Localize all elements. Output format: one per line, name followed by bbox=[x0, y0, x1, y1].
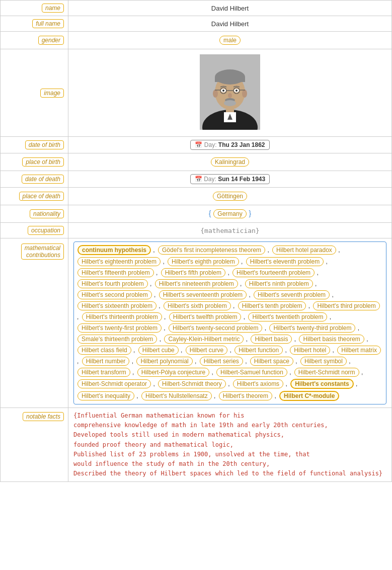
comma: , bbox=[231, 302, 237, 309]
comma: , bbox=[360, 369, 363, 376]
pob-value[interactable]: Kaliningrad bbox=[211, 157, 249, 167]
contribution-tag[interactable]: Hilbert's nineteenth problem bbox=[155, 279, 238, 288]
notable-line: founded proof theory and mathematical lo… bbox=[73, 440, 386, 450]
notable-label: notable facts bbox=[23, 412, 64, 421]
dod-tag[interactable]: 📅 Day: Sun 14 Feb 1943 bbox=[190, 174, 270, 184]
curly-open: { bbox=[209, 209, 213, 217]
svg-point-19 bbox=[228, 93, 232, 98]
nationality-value[interactable]: Germany bbox=[213, 209, 246, 218]
contribution-tag[interactable]: Hilbert matrix bbox=[337, 346, 381, 355]
contribution-tag[interactable]: Hilbert hotel bbox=[290, 346, 330, 355]
contribution-tag[interactable]: Hilbert-Schmidt theory bbox=[158, 379, 226, 388]
contribution-tag[interactable]: Hilbert's constants bbox=[290, 379, 354, 389]
dod-day-label: Day: bbox=[204, 176, 216, 183]
contribution-tag[interactable]: Hilbert-Schmidt norm bbox=[294, 368, 359, 377]
comma: , bbox=[292, 336, 297, 343]
contribution-tag[interactable]: Hilbert's axioms bbox=[233, 379, 283, 388]
comma: , bbox=[266, 247, 271, 254]
contribution-tag[interactable]: Hilbert-Samuel function bbox=[216, 368, 287, 377]
comma: , bbox=[131, 369, 136, 376]
contribution-tag[interactable]: Hilbert's twentieth problem bbox=[248, 312, 327, 321]
contribution-tag[interactable]: Hilbert's sixteenth problem bbox=[77, 301, 156, 310]
contribution-tag[interactable]: Hilbert's fifteenth problem bbox=[77, 268, 154, 277]
contribution-tag[interactable]: Hilbert's third problem bbox=[313, 301, 379, 310]
comma: , bbox=[148, 280, 153, 287]
contribution-tag[interactable]: Hilbert's eighth problem bbox=[168, 257, 239, 266]
contribution-tag[interactable]: Hilbert's twenty-first problem bbox=[77, 323, 162, 333]
comma: , bbox=[162, 324, 167, 332]
comma: , bbox=[313, 280, 317, 287]
comma: , bbox=[365, 336, 368, 343]
contribution-tag[interactable]: Hilbert's thirteenth problem bbox=[82, 312, 162, 321]
comma: , bbox=[288, 369, 293, 376]
comma: , bbox=[324, 258, 328, 265]
contribution-tag[interactable]: Hilbert C*-module bbox=[279, 391, 339, 401]
pod-row: place of death Göttingen bbox=[1, 188, 392, 205]
contribution-tag[interactable]: Gödel's first incompleteness theorem bbox=[158, 246, 265, 255]
notable-line: Developed tools still used in modern mat… bbox=[73, 430, 386, 440]
contribution-tag[interactable]: Hilbert curve bbox=[186, 346, 227, 355]
comma: , bbox=[228, 347, 233, 354]
dob-row: date of birth 📅 Day: Thu 23 Jan 1862 bbox=[1, 137, 392, 153]
svg-point-12 bbox=[222, 90, 224, 92]
pod-value[interactable]: Göttingen bbox=[213, 192, 247, 201]
comma: , bbox=[135, 392, 140, 399]
fullname-value-cell: David Hilbert bbox=[68, 16, 392, 32]
contribution-tag[interactable]: Hilbert's eleventh problem bbox=[246, 257, 324, 266]
comma: , bbox=[210, 369, 215, 376]
contribution-tag[interactable]: Hilbert transform bbox=[77, 368, 130, 377]
dob-tag[interactable]: 📅 Day: Thu 23 Jan 1862 bbox=[190, 140, 269, 150]
comma: , bbox=[284, 380, 289, 387]
contribution-tag[interactable]: Hilbert symbol bbox=[300, 357, 347, 366]
contribution-tag[interactable]: Hilbert's fifth problem bbox=[161, 268, 225, 277]
contribution-tag[interactable]: Hilbert's second problem bbox=[77, 290, 152, 299]
contribution-tag[interactable]: Hilbert-Schmidt operator bbox=[77, 379, 151, 388]
contribution-tag[interactable]: Hilbert cube bbox=[138, 346, 179, 355]
contribution-tag[interactable]: Hilbert-Pólya conjecture bbox=[137, 368, 209, 377]
contribution-tag[interactable]: Hilbert basis bbox=[251, 335, 292, 344]
comma: , bbox=[337, 247, 340, 254]
comma: , bbox=[239, 280, 244, 287]
contribution-tag[interactable]: Hilbert's sixth problem bbox=[164, 301, 231, 310]
comma: , bbox=[151, 380, 156, 387]
contribution-tag[interactable]: Hilbert series bbox=[200, 357, 243, 366]
contribution-tag[interactable]: Smale's thirteenth problem bbox=[77, 335, 157, 344]
gender-label-cell: gender bbox=[1, 32, 68, 49]
svg-point-13 bbox=[236, 90, 238, 92]
image-label: image bbox=[40, 89, 64, 98]
contribution-tag[interactable]: Hilbert's theorem bbox=[219, 391, 272, 400]
svg-rect-7 bbox=[215, 77, 245, 82]
name-value-cell: David Hilbert bbox=[68, 1, 392, 16]
contribution-tag[interactable]: Hilbert's twenty-third problem bbox=[269, 323, 355, 333]
contribution-tag[interactable]: Hilbert hotel paradox bbox=[272, 246, 336, 255]
contribution-tag[interactable]: Hilbert's eighteenth problem bbox=[77, 257, 161, 266]
comma: , bbox=[226, 269, 231, 276]
contribution-tag[interactable]: Hilbert class field bbox=[77, 346, 131, 355]
contribution-tag[interactable]: continuum hypothesis bbox=[77, 245, 151, 255]
contribution-tag[interactable]: Hilbert basis theorem bbox=[299, 335, 364, 344]
notable-line: would influence the study of math in the… bbox=[73, 459, 386, 469]
contribution-tag[interactable]: Hilbert function bbox=[234, 346, 283, 355]
contribution-tag[interactable]: Hilbert's inequality bbox=[77, 391, 134, 400]
comma: , bbox=[158, 336, 163, 343]
contribution-tag[interactable]: Hilbert space bbox=[250, 357, 293, 366]
contribution-tag[interactable]: Hilbert's tenth problem bbox=[238, 301, 306, 310]
dod-label-cell: date of death bbox=[1, 171, 68, 188]
contribution-tag[interactable]: Cayley-Klein-Hilbert metric bbox=[164, 335, 244, 344]
comma: , bbox=[163, 313, 168, 320]
comma: , bbox=[283, 347, 288, 354]
contribution-tag[interactable]: Hilbert's fourteenth problem bbox=[232, 268, 315, 277]
contribution-tag[interactable]: Hilbert's twenty-second problem bbox=[169, 323, 262, 333]
contribution-tag[interactable]: Hilbert number bbox=[82, 357, 130, 366]
contribution-tag[interactable]: Hilbert's seventh problem bbox=[254, 290, 330, 299]
gender-value[interactable]: male bbox=[219, 36, 241, 45]
contribution-tag[interactable]: Hilbert's seventeenth problem bbox=[159, 290, 247, 299]
comma: , bbox=[179, 347, 184, 354]
contribution-tag[interactable]: Hilbert polynomial bbox=[136, 357, 192, 366]
dob-label: date of birth bbox=[25, 140, 64, 149]
contribution-tag[interactable]: Hilbert's Nullstellensatz bbox=[141, 391, 212, 400]
contribution-tag[interactable]: Hilbert's ninth problem bbox=[245, 279, 313, 288]
image-row: image bbox=[1, 49, 392, 137]
contribution-tag[interactable]: Hilbert's fourth problem bbox=[77, 279, 148, 288]
contribution-tag[interactable]: Hilbert's twelfth problem bbox=[169, 312, 242, 321]
